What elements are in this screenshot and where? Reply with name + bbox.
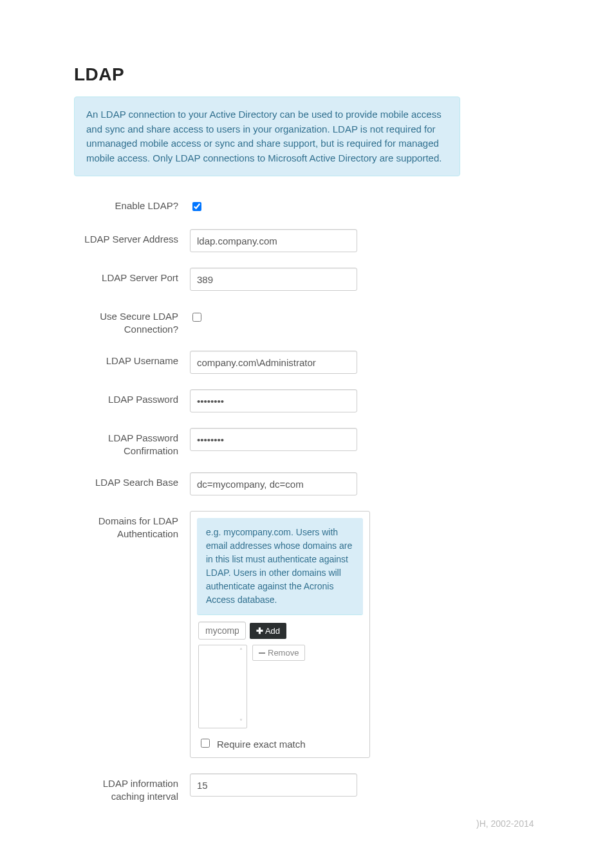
ldap-info-alert: An LDAP connection to your Active Direct… <box>74 97 460 176</box>
remove-domain-button-label: Remove <box>268 648 299 658</box>
ldap-password-input[interactable] <box>190 389 357 412</box>
server-port-input[interactable] <box>190 268 357 291</box>
server-port-label: LDAP Server Port <box>74 268 190 284</box>
caching-interval-input[interactable] <box>190 773 357 797</box>
add-domain-button-label: Add <box>265 626 280 636</box>
domains-label: Domains for LDAP Authentication <box>74 511 190 540</box>
ldap-search-base-input[interactable] <box>190 472 357 495</box>
domains-listbox[interactable]: ˄ ˅ <box>198 645 247 728</box>
ldap-password-confirm-input[interactable] <box>190 428 357 451</box>
ldap-password-confirm-label: LDAP Password Confirmation <box>74 428 190 457</box>
enable-ldap-label: Enable LDAP? <box>74 196 190 212</box>
domain-add-input[interactable] <box>198 622 246 640</box>
minus-icon <box>259 652 265 654</box>
page-title: LDAP <box>74 64 470 85</box>
caching-interval-label: LDAP information caching interval <box>74 773 190 802</box>
require-exact-match-checkbox[interactable] <box>201 739 210 748</box>
ldap-username-input[interactable] <box>190 351 357 374</box>
add-domain-button[interactable]: ✚ Add <box>250 623 286 639</box>
secure-connection-checkbox[interactable] <box>192 313 201 322</box>
domains-help-text: e.g. mycompany.com. Users with email add… <box>197 518 363 615</box>
scroll-up-icon[interactable]: ˄ <box>236 647 245 656</box>
domains-panel: e.g. mycompany.com. Users with email add… <box>190 511 370 758</box>
plus-icon: ✚ <box>256 626 263 636</box>
ldap-username-label: LDAP Username <box>74 351 190 367</box>
enable-ldap-checkbox[interactable] <box>192 202 201 211</box>
server-address-input[interactable] <box>190 229 357 252</box>
ldap-password-label: LDAP Password <box>74 389 190 406</box>
remove-domain-button[interactable]: Remove <box>252 645 305 661</box>
scroll-down-icon[interactable]: ˅ <box>236 717 245 726</box>
server-address-label: LDAP Server Address <box>74 229 190 246</box>
secure-connection-label: Use Secure LDAP Connection? <box>74 306 190 335</box>
ldap-search-base-label: LDAP Search Base <box>74 472 190 489</box>
require-exact-match-label: Require exact match <box>217 739 306 750</box>
